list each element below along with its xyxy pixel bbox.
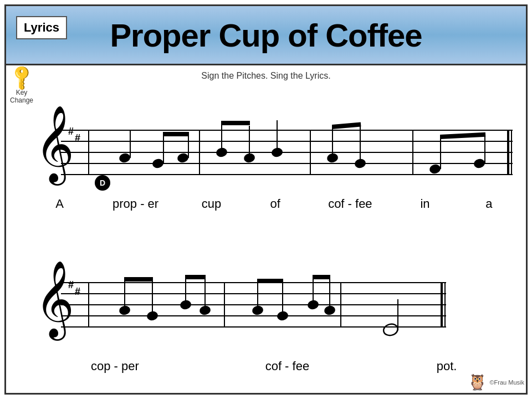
lyric-copper: cop - per xyxy=(91,359,139,374)
lyric-a: A xyxy=(49,197,71,211)
svg-point-35 xyxy=(473,158,485,170)
staff-2: 𝄞 # # xyxy=(28,233,521,366)
svg-text:#: # xyxy=(68,126,74,137)
svg-rect-59 xyxy=(185,275,206,279)
svg-rect-25 xyxy=(221,121,250,125)
lyrics-row-2: cop - per cof - fee pot. xyxy=(28,359,521,374)
staff-1-svg: 𝄞 # # D xyxy=(28,86,521,208)
svg-text:#: # xyxy=(68,279,74,290)
page-title: Proper Cup of Coffee xyxy=(110,17,422,54)
svg-rect-69 xyxy=(313,275,330,279)
lyric-in: in xyxy=(414,197,436,211)
svg-point-26 xyxy=(270,147,283,158)
header: Lyrics Proper Cup of Coffee xyxy=(4,4,528,65)
lyric-coffee: cof - fee xyxy=(328,197,372,211)
svg-point-28 xyxy=(326,152,339,164)
lyric-coffee2: cof - fee xyxy=(265,359,309,374)
svg-point-60 xyxy=(251,305,264,316)
treble-clef-1: 𝄞 xyxy=(35,106,74,186)
lyric-proper: prop - er xyxy=(112,197,158,211)
svg-point-57 xyxy=(198,305,211,316)
svg-text:D: D xyxy=(100,178,105,187)
svg-rect-54 xyxy=(124,277,153,282)
svg-point-70 xyxy=(382,323,399,337)
watermark-text: ©Frau Musik xyxy=(489,379,524,386)
svg-point-50 xyxy=(118,305,131,316)
lyrics-badge: Lyrics xyxy=(16,16,67,39)
lyric-cup: cup xyxy=(200,197,222,211)
svg-rect-37 xyxy=(440,132,485,139)
svg-point-21 xyxy=(215,147,228,158)
svg-point-14 xyxy=(118,152,131,164)
svg-point-67 xyxy=(323,305,336,316)
svg-rect-32 xyxy=(332,122,361,129)
staff-2-svg: 𝄞 # # xyxy=(28,233,521,366)
svg-point-23 xyxy=(243,152,255,164)
svg-point-16 xyxy=(151,158,164,170)
svg-text:#: # xyxy=(75,286,80,297)
svg-rect-64 xyxy=(257,279,283,283)
svg-point-55 xyxy=(179,299,192,311)
svg-point-65 xyxy=(306,299,319,311)
svg-rect-20 xyxy=(163,132,189,136)
watermark: 🦉 ©Frau Musik xyxy=(468,373,524,391)
svg-point-33 xyxy=(428,163,441,175)
svg-point-52 xyxy=(146,310,158,322)
staff-1: 𝄞 # # D xyxy=(28,86,521,208)
lyric-of: of xyxy=(264,197,287,211)
treble-clef-2: 𝄞 xyxy=(35,262,74,341)
owl-icon: 🦉 xyxy=(468,373,487,391)
svg-point-62 xyxy=(276,310,289,322)
svg-point-18 xyxy=(176,152,189,164)
lyrics-row-1: A prop - er cup of cof - fee in a xyxy=(28,197,521,211)
lyric-a2: a xyxy=(478,197,500,211)
lyric-pot: pot. xyxy=(436,359,458,374)
svg-point-30 xyxy=(354,158,366,170)
instruction-text: Sign the Pitches. Sing the Lyrics. xyxy=(0,71,532,81)
